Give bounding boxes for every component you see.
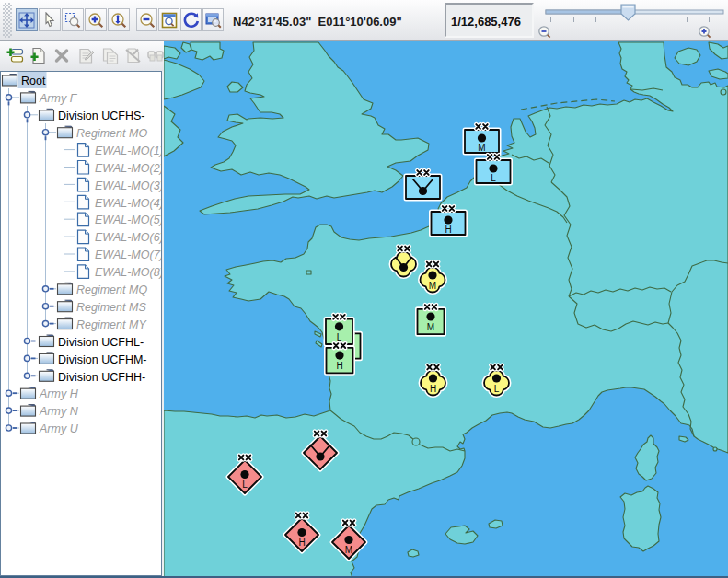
svg-text:Army H: Army H bbox=[39, 387, 79, 400]
svg-text:Regiment MQ: Regiment MQ bbox=[76, 283, 147, 296]
svg-text:EWAL-MO(6): EWAL-MO(6) bbox=[95, 231, 161, 244]
svg-text:H: H bbox=[298, 538, 305, 548]
svg-text:M: M bbox=[345, 545, 352, 555]
svg-text:H: H bbox=[336, 361, 342, 371]
svg-text:L: L bbox=[242, 480, 248, 490]
svg-text:EWAL-MO(1): EWAL-MO(1) bbox=[95, 144, 161, 157]
svg-text:EWAL-MO(3): EWAL-MO(3) bbox=[95, 179, 161, 192]
svg-text:EWAL-MO(2): EWAL-MO(2) bbox=[95, 162, 161, 175]
svg-text:Root: Root bbox=[21, 75, 46, 87]
svg-text:Regiment MS: Regiment MS bbox=[76, 301, 146, 314]
svg-text:Army U: Army U bbox=[39, 422, 79, 435]
svg-text:Division UCFHH-: Division UCFHH- bbox=[58, 371, 145, 384]
svg-text:H: H bbox=[430, 384, 436, 394]
svg-text:M: M bbox=[478, 143, 485, 153]
svg-text:EWAL-MO(7): EWAL-MO(7) bbox=[95, 249, 161, 261]
svg-text:Regiment MO: Regiment MO bbox=[76, 127, 147, 140]
svg-text:Division UCFHL-: Division UCFHL- bbox=[58, 336, 144, 349]
svg-text:M: M bbox=[429, 281, 436, 291]
svg-text:M: M bbox=[427, 322, 434, 332]
svg-text:Regiment MY: Regiment MY bbox=[76, 318, 147, 331]
svg-text:Division UCFHS-: Division UCFHS- bbox=[58, 110, 144, 122]
svg-text:EWAL-MO(5): EWAL-MO(5) bbox=[95, 214, 161, 226]
svg-text:EWAL-MO(8): EWAL-MO(8) bbox=[95, 266, 161, 279]
svg-text:L: L bbox=[491, 173, 496, 183]
svg-text:EWAL-MO(4): EWAL-MO(4) bbox=[95, 197, 161, 210]
svg-text:Army F: Army F bbox=[39, 92, 78, 105]
svg-text:H: H bbox=[445, 225, 451, 235]
svg-text:Division UCFHM-: Division UCFHM- bbox=[58, 353, 147, 366]
svg-text:Army N: Army N bbox=[39, 405, 79, 418]
svg-text:L: L bbox=[494, 384, 500, 394]
svg-text:L: L bbox=[337, 332, 342, 342]
